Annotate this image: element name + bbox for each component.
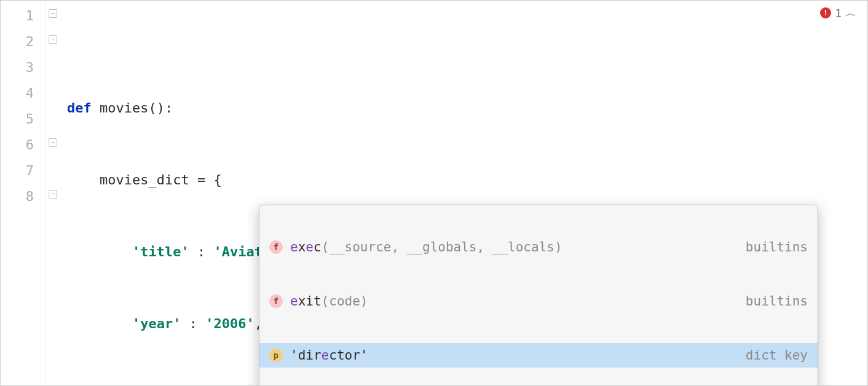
completion-item[interactable]: f exit(code) builtins	[259, 289, 818, 313]
function-name: movies	[100, 100, 148, 116]
completion-tail: builtins	[746, 294, 808, 309]
gutter-markers	[45, 1, 63, 385]
error-count: 1	[835, 7, 842, 20]
completion-label: exec(__source, __globals, __locals)	[290, 240, 738, 254]
string: 'title'	[132, 244, 189, 259]
string: '2006'	[205, 316, 254, 331]
line-number: 2	[1, 29, 45, 55]
code-line[interactable]: movies_dict = {	[63, 167, 867, 193]
line-number: 8	[1, 184, 45, 210]
identifier: movies_dict	[100, 172, 189, 187]
line-number-gutter: 1 2 3 4 5 6 7 8	[1, 1, 45, 385]
completion-label: exit(code)	[290, 294, 738, 309]
kind-function-icon: f	[269, 240, 283, 254]
line-number: 1	[1, 3, 45, 29]
completion-popup[interactable]: f exec(__source, __globals, __locals) bu…	[259, 205, 818, 386]
fold-icon[interactable]	[49, 138, 57, 147]
kind-function-icon: f	[269, 294, 283, 308]
line-number: 3	[1, 55, 45, 81]
string: 'year'	[132, 316, 181, 331]
keyword: def	[67, 100, 92, 116]
completion-tail: dict key	[746, 348, 808, 363]
completion-label: 'director'	[290, 348, 738, 363]
fold-icon[interactable]	[49, 35, 57, 44]
code-editor[interactable]: 1 2 3 4 5 6 7 8 ! 1 ︿ def movies(): movi…	[1, 1, 867, 385]
completion-item[interactable]: f exec(__source, __globals, __locals) bu…	[259, 235, 818, 259]
error-icon: !	[820, 7, 831, 18]
completion-tail: builtins	[746, 240, 808, 254]
fold-icon[interactable]	[49, 9, 57, 18]
code-line[interactable]: def movies():	[63, 95, 867, 121]
punct: ():	[148, 100, 173, 116]
line-number: 7	[1, 158, 45, 184]
kind-property-icon: p	[269, 349, 283, 362]
punct: = {	[189, 172, 222, 187]
completion-item-selected[interactable]: p 'director' dict key	[259, 343, 818, 368]
line-number: 5	[1, 106, 45, 132]
line-number: 4	[1, 81, 45, 106]
code-area[interactable]: ! 1 ︿ def movies(): movies_dict = { 'tit…	[63, 1, 867, 385]
fold-icon[interactable]	[49, 190, 57, 199]
inspection-widget[interactable]: ! 1 ︿	[820, 6, 856, 20]
chevron-up-icon[interactable]: ︿	[845, 6, 856, 20]
line-number: 6	[1, 132, 45, 158]
